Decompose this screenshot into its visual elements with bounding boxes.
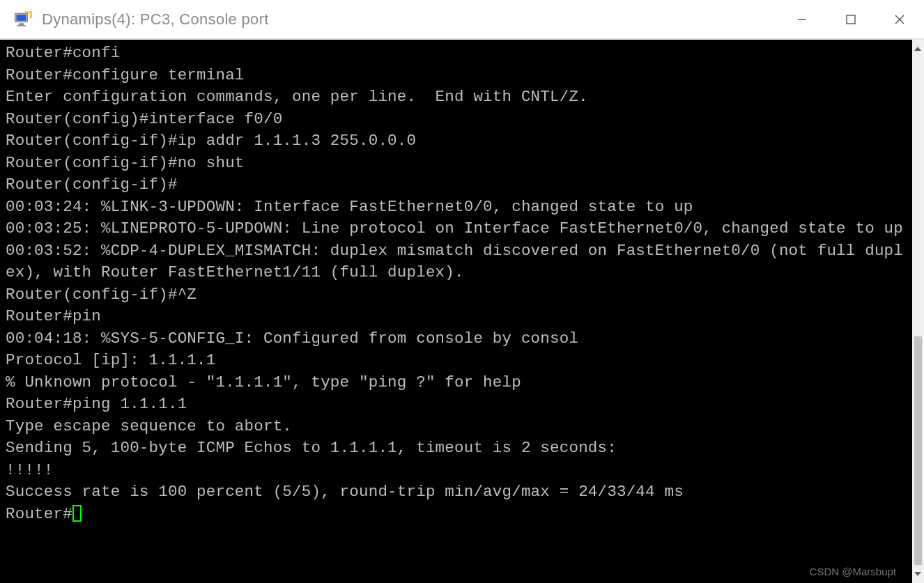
terminal-cursor [72,505,82,522]
scroll-track[interactable] [912,58,924,565]
svg-rect-2 [19,23,24,25]
terminal-prompt: Router# [6,505,72,523]
terminal-prompt-line: Router# [6,504,912,526]
app-icon [14,10,33,29]
minimize-button[interactable] [778,0,826,38]
minimize-icon [796,14,808,25]
svg-marker-10 [914,572,921,576]
terminal-line: 00:03:52: %CDP-4-DUPLEX_MISMATCH: duplex… [6,240,912,284]
terminal-line: Router#confi [6,42,912,65]
app-window: Dynamips(4): PC3, Console port Router#co… [0,0,924,583]
client-area: Router#confiRouter#configure terminalEnt… [0,38,924,583]
close-icon [894,14,905,25]
scroll-thumb[interactable] [914,336,922,565]
chevron-up-icon [914,45,922,53]
svg-marker-4 [29,15,33,18]
svg-marker-9 [914,47,921,51]
terminal-line: Router(config-if)#^Z [6,284,912,306]
scroll-down-button[interactable] [912,565,924,583]
terminal-line: Router#pin [6,306,912,328]
vertical-scrollbar[interactable] [912,40,924,583]
terminal-line: 00:04:18: %SYS-5-CONFIG_I: Configured fr… [6,328,912,350]
close-button[interactable] [875,0,924,38]
terminal-line: Router#ping 1.1.1.1 [6,394,912,416]
terminal-line: !!!!! [6,460,912,482]
terminal-line: Sending 5, 100-byte ICMP Echos to 1.1.1.… [6,437,912,460]
maximize-button[interactable] [826,0,875,38]
terminal-line: 00:03:25: %LINEPROTO-5-UPDOWN: Line prot… [6,218,912,240]
svg-rect-1 [17,15,26,21]
terminal-line: Protocol [ip]: 1.1.1.1 [6,350,912,372]
svg-rect-3 [17,24,25,26]
maximize-icon [845,14,856,25]
window-title: Dynamips(4): PC3, Console port [42,10,269,29]
terminal-line: Router(config-if)#no shut [6,153,912,175]
svg-rect-6 [847,15,855,24]
console-terminal[interactable]: Router#confiRouter#configure terminalEnt… [0,40,912,583]
terminal-line: % Unknown protocol - "1.1.1.1", type "pi… [6,372,912,394]
terminal-line: Enter configuration commands, one per li… [6,86,912,109]
terminal-line: Router(config)#interface f0/0 [6,109,912,131]
window-controls [778,0,924,38]
terminal-line: Router(config-if)# [6,174,912,196]
terminal-line: Success rate is 100 percent (5/5), round… [6,481,912,504]
scroll-up-button[interactable] [912,40,924,58]
terminal-line: Router#configure terminal [6,65,912,87]
terminal-line: 00:03:24: %LINK-3-UPDOWN: Interface Fast… [6,196,912,219]
chevron-down-icon [914,570,922,578]
terminal-line: Type escape sequence to abort. [6,416,912,438]
titlebar[interactable]: Dynamips(4): PC3, Console port [0,0,924,38]
terminal-line: Router(config-if)#ip addr 1.1.1.3 255.0.… [6,130,912,153]
